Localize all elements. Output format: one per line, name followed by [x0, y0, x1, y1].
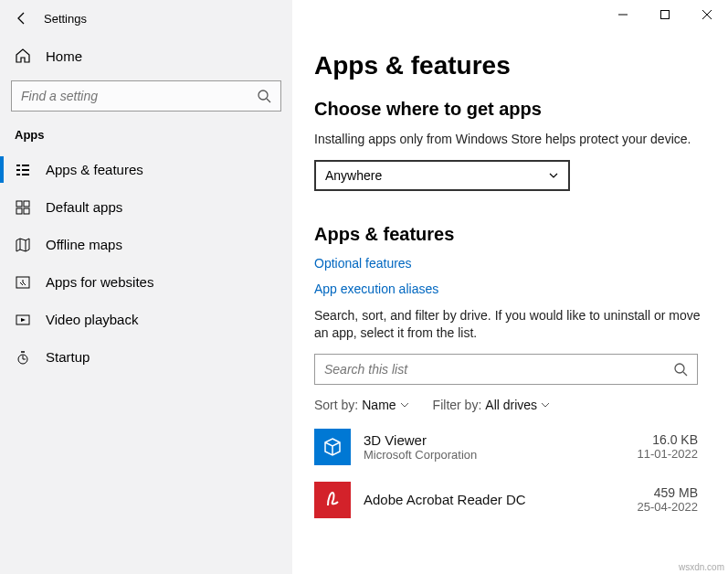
close-icon	[702, 10, 712, 19]
app-aliases-link[interactable]: App execution aliases	[314, 282, 706, 296]
search-icon	[257, 89, 271, 103]
sidebar-item-label: Apps for websites	[46, 274, 153, 290]
home-nav[interactable]: Home	[0, 38, 292, 73]
optional-features-link[interactable]: Optional features	[314, 256, 706, 271]
maximize-icon	[660, 10, 670, 19]
section-apps-features-title: Apps & features	[314, 224, 706, 245]
svg-point-22	[675, 364, 684, 373]
app-size: 16.0 KB	[638, 432, 699, 447]
apps-websites-icon	[15, 275, 31, 290]
offline-maps-icon	[15, 238, 31, 252]
sidebar-item-video-playback[interactable]: Video playback	[0, 301, 292, 338]
svg-rect-8	[16, 201, 22, 207]
app-name: Adobe Acrobat Reader DC	[364, 492, 625, 507]
chevron-down-icon	[400, 400, 409, 409]
dropdown-value: Anywhere	[325, 168, 382, 183]
svg-rect-4	[16, 174, 20, 175]
app-size: 459 MB	[638, 485, 699, 500]
svg-line-1	[267, 99, 270, 102]
sort-value: Name	[362, 398, 396, 412]
window-title: Settings	[44, 12, 87, 26]
home-label: Home	[46, 48, 82, 64]
apps-list-body: Search, sort, and filter by drive. If yo…	[314, 307, 706, 343]
home-icon	[15, 48, 31, 64]
filter-label: Filter by:	[433, 398, 482, 412]
sidebar-item-label: Default apps	[46, 199, 122, 215]
svg-point-0	[258, 90, 268, 100]
chevron-down-icon	[541, 400, 550, 409]
svg-rect-2	[16, 165, 20, 166]
svg-rect-10	[16, 208, 22, 214]
filter-by-control[interactable]: Filter by: All drives	[433, 398, 550, 412]
find-setting-search[interactable]	[11, 80, 281, 112]
chevron-down-icon	[548, 170, 559, 181]
app-date: 11-01-2022	[638, 447, 699, 461]
svg-rect-7	[22, 174, 29, 175]
sidebar-item-label: Startup	[46, 349, 90, 365]
svg-rect-9	[24, 201, 29, 207]
find-setting-input[interactable]	[21, 89, 257, 103]
sort-label: Sort by:	[314, 398, 358, 412]
app-icon-acrobat	[314, 482, 351, 518]
svg-rect-11	[24, 208, 29, 214]
close-button[interactable]	[686, 0, 728, 29]
sidebar-item-default-apps[interactable]: Default apps	[0, 188, 292, 226]
maximize-button[interactable]	[644, 0, 686, 29]
filter-value: All drives	[485, 398, 537, 412]
minimize-icon	[618, 10, 628, 19]
arrow-left-icon	[15, 11, 29, 26]
app-source-dropdown[interactable]: Anywhere	[314, 160, 570, 191]
svg-rect-3	[16, 169, 20, 171]
app-row[interactable]: 3D Viewer Microsoft Corporation 16.0 KB …	[314, 429, 698, 465]
app-date: 25-04-2022	[638, 500, 699, 514]
svg-rect-5	[22, 165, 29, 166]
sort-by-control[interactable]: Sort by: Name	[314, 398, 409, 412]
sidebar-item-label: Video playback	[46, 312, 138, 327]
sidebar-item-startup[interactable]: Startup	[0, 338, 292, 376]
section-choose-apps-body: Installing apps only from Windows Store …	[314, 131, 706, 149]
default-apps-icon	[15, 200, 31, 215]
sidebar-item-apps-websites[interactable]: Apps for websites	[0, 263, 292, 301]
app-publisher: Microsoft Corporation	[364, 448, 625, 462]
apps-list-search-input[interactable]	[324, 362, 673, 377]
minimize-button[interactable]	[602, 0, 644, 29]
search-icon	[673, 362, 688, 377]
video-playback-icon	[15, 313, 31, 327]
app-icon-3d-viewer	[314, 429, 351, 465]
svg-rect-19	[661, 11, 670, 19]
sidebar-item-label: Offline maps	[46, 237, 122, 252]
startup-icon	[15, 350, 31, 365]
apps-features-icon	[15, 163, 31, 177]
sidebar-item-label: Apps & features	[46, 162, 143, 177]
section-choose-apps-title: Choose where to get apps	[314, 99, 706, 120]
app-row[interactable]: Adobe Acrobat Reader DC 459 MB 25-04-202…	[314, 482, 698, 518]
page-title: Apps & features	[314, 51, 706, 80]
back-button[interactable]	[15, 11, 29, 26]
svg-line-23	[683, 372, 687, 376]
sidebar-item-apps-features[interactable]: Apps & features	[0, 151, 292, 188]
watermark: wsxdn.com	[679, 562, 724, 572]
svg-rect-6	[22, 169, 29, 171]
apps-list-search[interactable]	[314, 354, 698, 385]
app-name: 3D Viewer	[364, 432, 625, 448]
sidebar-item-offline-maps[interactable]: Offline maps	[0, 226, 292, 263]
sidebar-section: Apps	[0, 121, 292, 151]
